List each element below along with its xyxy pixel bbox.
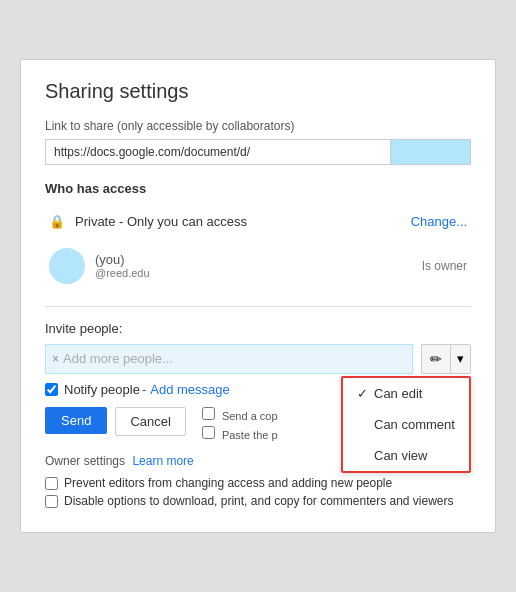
send-button[interactable]: Send [45, 407, 107, 434]
invite-label: Invite people: [45, 321, 471, 336]
learn-more-link[interactable]: Learn more [132, 454, 193, 468]
permission-can-view[interactable]: ✓ Can view [343, 440, 469, 471]
pencil-icon: ✏ [430, 351, 442, 367]
permission-btn-group: ✏ ▾ ✓ Can edit ✓ Can comment ✓ Can view [421, 344, 471, 374]
cancel-button[interactable]: Cancel [115, 407, 185, 436]
link-highlight [391, 139, 471, 165]
copy-paste-line2: Paste the p [202, 426, 278, 445]
permission-can-comment[interactable]: ✓ Can comment [343, 409, 469, 440]
permission-dropdown-menu: ✓ Can edit ✓ Can comment ✓ Can view [341, 376, 471, 473]
user-email: @reed.edu [95, 267, 422, 279]
owner-settings-label: Owner settings [45, 454, 125, 468]
user-info: (you) @reed.edu [95, 252, 422, 279]
notify-label: Notify people [64, 382, 140, 397]
disable-download-row: Disable options to download, print, and … [45, 494, 471, 508]
check-icon: ✓ [357, 386, 368, 401]
can-comment-label: Can comment [374, 417, 455, 432]
sharing-settings-dialog: Sharing settings Link to share (only acc… [20, 59, 496, 533]
notify-checkbox[interactable] [45, 383, 58, 396]
prevent-editors-row: Prevent editors from changing access and… [45, 476, 471, 490]
privacy-text: Private - Only you can access [75, 214, 411, 229]
add-more-placeholder: Add more people... [63, 351, 173, 366]
divider [45, 306, 471, 307]
add-message-link[interactable]: Add message [150, 382, 230, 397]
copy-paste-area: Send a cop Paste the p [202, 407, 278, 444]
user-row: (you) @reed.edu Is owner [45, 242, 471, 290]
link-section-label: Link to share (only accessible by collab… [45, 119, 471, 133]
remove-invitee-button[interactable]: × [52, 352, 59, 366]
permission-can-edit[interactable]: ✓ Can edit [343, 378, 469, 409]
prevent-editors-checkbox[interactable] [45, 477, 58, 490]
dropdown-arrow-icon: ▾ [457, 351, 464, 366]
lock-icon: 🔒 [49, 214, 65, 230]
invite-row: × Add more people... ✏ ▾ ✓ Can edit ✓ Ca… [45, 344, 471, 374]
who-has-access-label: Who has access [45, 181, 471, 196]
can-edit-label: Can edit [374, 386, 422, 401]
link-input[interactable] [45, 139, 391, 165]
pencil-button[interactable]: ✏ [421, 344, 450, 374]
avatar [49, 248, 85, 284]
link-row [45, 139, 471, 165]
can-view-label: Can view [374, 448, 427, 463]
change-link[interactable]: Change... [411, 214, 467, 229]
copy-paste-line1: Send a cop [202, 407, 278, 426]
user-name: (you) [95, 252, 422, 267]
dialog-title: Sharing settings [45, 80, 471, 103]
send-copy-checkbox[interactable] [202, 407, 215, 420]
invite-input-area[interactable]: × Add more people... [45, 344, 413, 374]
access-row: 🔒 Private - Only you can access Change..… [45, 206, 471, 238]
paste-checkbox[interactable] [202, 426, 215, 439]
dropdown-arrow-button[interactable]: ▾ [450, 344, 471, 374]
disable-download-checkbox[interactable] [45, 495, 58, 508]
owner-label: Is owner [422, 259, 467, 273]
disable-download-label: Disable options to download, print, and … [64, 494, 454, 508]
prevent-editors-label: Prevent editors from changing access and… [64, 476, 392, 490]
